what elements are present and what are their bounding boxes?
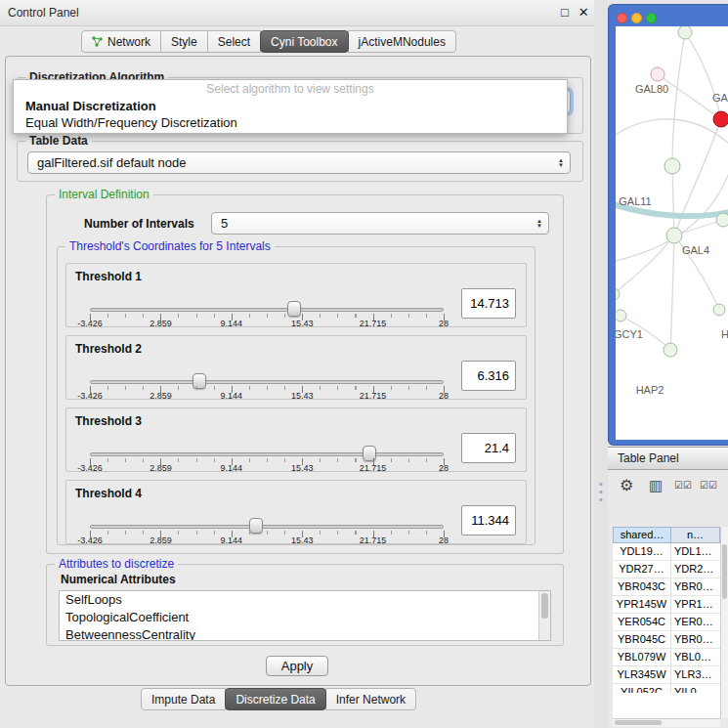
tab-style[interactable]: Style xyxy=(160,30,208,53)
network-node-label: GCY1 xyxy=(616,328,643,340)
table-vertical-scrollbar[interactable] xyxy=(720,527,728,718)
network-canvas[interactable]: GAL80GAGAL11GAL4GCY1HHAP2 xyxy=(616,26,728,440)
minimize-button[interactable] xyxy=(631,13,642,23)
columns-icon[interactable]: ▥ xyxy=(649,477,663,494)
table-panel-title: Table Panel xyxy=(618,451,679,465)
number-of-intervals-label: Number of Intervals xyxy=(84,217,194,231)
group-title: Threshold's Coordinates for 5 Intervals xyxy=(65,239,275,253)
scrollbar-thumb[interactable] xyxy=(541,593,548,619)
table-row[interactable]: YDL19…YDL1… xyxy=(613,543,720,561)
network-edge[interactable] xyxy=(672,32,685,166)
select-all-checkboxes-icon[interactable]: ☑☑ xyxy=(674,480,692,491)
cell-shared-name[interactable]: YER054C xyxy=(613,614,671,630)
close-button[interactable] xyxy=(617,13,627,23)
network-node[interactable] xyxy=(713,304,725,316)
slider-scale-labels: -3.4262.8599.14415.4321.71528 xyxy=(66,391,526,401)
attribute-list-item[interactable]: BetweennessCentrality xyxy=(60,626,550,641)
network-node[interactable] xyxy=(678,26,692,39)
cell-shared-name[interactable]: YBR043C xyxy=(613,578,671,595)
float-window-icon[interactable]: □ xyxy=(561,5,569,20)
cell-name[interactable]: YBR0… xyxy=(671,578,720,595)
column-checkboxes-icon[interactable]: ☑☑ xyxy=(700,480,717,491)
tab-cyni-toolbox[interactable]: Cyni Toolbox xyxy=(260,30,348,53)
cell-name[interactable]: YER0… xyxy=(671,614,720,630)
split-pane-divider[interactable] xyxy=(594,0,608,728)
threshold-slider-track[interactable] xyxy=(90,308,444,312)
network-node[interactable] xyxy=(651,67,664,81)
network-node[interactable] xyxy=(664,158,680,174)
table-row[interactable]: YLR345WYLR3… xyxy=(613,666,720,684)
apply-button[interactable]: Apply xyxy=(266,656,328,676)
table-data-select[interactable]: galFiltered.sif default node ▲▼ xyxy=(27,151,571,174)
close-panel-icon[interactable]: ✕ xyxy=(578,5,589,20)
threshold-value-field[interactable]: 6.316 xyxy=(461,361,516,391)
network-edge[interactable] xyxy=(616,119,728,144)
tab-impute-data[interactable]: Impute Data xyxy=(141,688,226,710)
cell-name[interactable]: YPR1… xyxy=(671,596,720,613)
cell-name[interactable]: YDL1… xyxy=(671,543,720,560)
number-of-intervals-select[interactable]: 5 ▲▼ xyxy=(211,212,549,235)
cell-shared-name[interactable]: YPR145W xyxy=(613,596,671,613)
attribute-list-item[interactable]: TopologicalCoefficient xyxy=(60,609,550,626)
cell-name[interactable]: YLR3… xyxy=(671,666,720,683)
cell-shared-name[interactable]: YBL079W xyxy=(613,649,671,665)
cell-shared-name[interactable]: YDR27… xyxy=(613,561,671,578)
table-horizontal-scrollbar[interactable] xyxy=(613,718,720,727)
network-node[interactable] xyxy=(716,213,728,227)
cell-shared-name[interactable]: YLR345W xyxy=(613,666,671,683)
tab-network[interactable]: Network xyxy=(81,30,161,53)
dropdown-option-equal-width-frequency[interactable]: Equal Width/Frequency Discretization xyxy=(14,114,567,131)
slider-scale-label: 21.715 xyxy=(360,391,387,401)
slider-scale-label: 2.859 xyxy=(150,535,172,545)
attribute-list-item[interactable]: SelfLoops xyxy=(60,591,550,609)
dropdown-placeholder-option[interactable]: Select algorithm to view settings xyxy=(14,80,567,98)
table-row[interactable]: YPR145WYPR1… xyxy=(613,596,720,614)
slider-scale-label: 2.859 xyxy=(150,463,172,473)
network-node-label: GAL80 xyxy=(635,83,668,95)
column-header-name[interactable]: n… xyxy=(671,527,720,543)
cell-shared-name[interactable]: YBR045C xyxy=(613,631,671,648)
divider-grip-icon xyxy=(600,491,603,493)
slider-scale-label: 21.715 xyxy=(360,463,387,473)
threshold-slider-track[interactable] xyxy=(90,380,444,384)
column-header-shared-name[interactable]: shared… xyxy=(613,527,671,543)
network-node[interactable] xyxy=(666,228,682,243)
table-row[interactable]: YBL079WYBL0… xyxy=(613,649,720,666)
cell-name[interactable]: YBL0… xyxy=(671,649,720,665)
network-node[interactable] xyxy=(616,310,626,321)
numerical-attributes-list[interactable]: SelfLoopsTopologicalCoefficientBetweenne… xyxy=(59,590,551,641)
attributes-list-scrollbar[interactable] xyxy=(538,591,550,640)
table-row[interactable]: YBR043CYBR0… xyxy=(613,578,720,596)
node-table: shared… n… YDL19…YDL1…YDR27…YDR2…YBR043C… xyxy=(613,527,720,702)
zoom-button[interactable] xyxy=(646,13,657,23)
network-node[interactable] xyxy=(713,111,728,127)
threshold-value-field[interactable]: 14.713 xyxy=(461,288,516,319)
threshold-value-field[interactable]: 11.344 xyxy=(461,505,516,535)
slider-scale-label: 9.144 xyxy=(221,535,243,545)
cell-name[interactable]: YBR0… xyxy=(671,631,720,648)
threshold-slider-track[interactable] xyxy=(90,452,444,456)
network-node-label: HAP2 xyxy=(636,384,664,396)
tab-discretize-data[interactable]: Discretize Data xyxy=(225,688,325,710)
tab-select[interactable]: Select xyxy=(207,30,261,53)
scrollbar-thumb[interactable] xyxy=(722,544,727,599)
group-title: Table Data xyxy=(25,134,92,148)
threshold-slider-track[interactable] xyxy=(90,525,444,529)
network-edge[interactable] xyxy=(670,236,674,350)
dropdown-option-manual-discretization[interactable]: Manual Discretization xyxy=(14,98,567,114)
cell-shared-name[interactable]: YDL19… xyxy=(613,543,671,560)
network-node[interactable] xyxy=(664,343,677,357)
tab-infer-network[interactable]: Infer Network xyxy=(325,688,416,710)
table-empty-area xyxy=(613,693,720,718)
table-row[interactable]: YER054CYER0… xyxy=(613,614,720,631)
number-of-intervals-value: 5 xyxy=(221,216,228,231)
table-row[interactable]: YDR27…YDR2… xyxy=(613,561,720,578)
network-edge[interactable] xyxy=(672,166,674,236)
table-row[interactable]: YBR045CYBR0… xyxy=(613,631,720,649)
cell-name[interactable]: YDR2… xyxy=(671,561,720,578)
gear-icon[interactable]: ⚙ xyxy=(620,476,633,494)
tab-jactivemnodules[interactable]: jActiveMNodules xyxy=(348,30,456,53)
network-edge[interactable] xyxy=(616,236,674,294)
threshold-value-field[interactable]: 21.4 xyxy=(461,433,516,463)
scrollbar-thumb[interactable] xyxy=(615,720,662,725)
